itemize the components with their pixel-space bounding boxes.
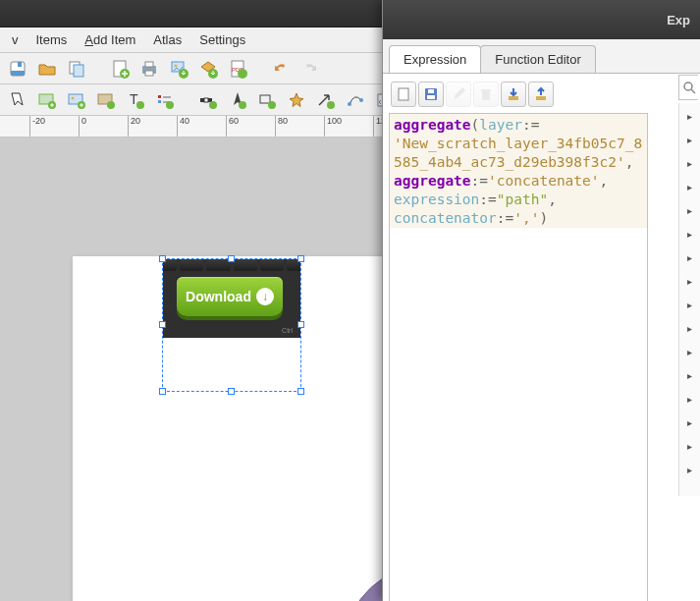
select-tool-icon[interactable] (6, 88, 29, 112)
tree-expand-icon[interactable]: ▸ (687, 182, 692, 192)
svg-rect-9 (145, 71, 153, 76)
copy-layout-icon[interactable] (65, 57, 88, 81)
svg-rect-46 (509, 96, 518, 100)
tree-expand-icon[interactable]: ▸ (687, 276, 692, 287)
menu-item-atlas[interactable]: Atlas (145, 30, 189, 49)
svg-point-38 (359, 98, 363, 102)
svg-point-32 (209, 101, 217, 109)
selected-picture-item[interactable]: Download ↓ Ctrl (163, 259, 300, 391)
add-arrow-icon[interactable] (314, 88, 338, 112)
menu-item-settings[interactable]: Settings (191, 30, 253, 49)
tree-expand-icon[interactable]: ▸ (687, 135, 692, 145)
tree-expand-icon[interactable]: ▸ (687, 158, 692, 169)
svg-rect-30 (204, 98, 208, 102)
svg-point-20 (72, 96, 75, 99)
tree-expand-icon[interactable]: ▸ (687, 441, 692, 452)
svg-point-37 (348, 102, 351, 106)
ctrl-key-label: Ctrl (282, 327, 293, 334)
tree-expand-icon[interactable]: ▸ (687, 464, 692, 475)
function-tree[interactable]: ▸ ▸ ▸ ▸ ▸ ▸ ▸ ▸ ▸ ▸ ▸ ▸ ▸ ▸ ▸ ▸ (678, 103, 700, 496)
resize-handle-nw[interactable] (159, 255, 166, 262)
tree-expand-icon[interactable]: ▸ (687, 229, 692, 240)
import-expression-icon[interactable] (501, 82, 526, 107)
add-nodes-icon[interactable] (344, 88, 367, 112)
export-image-icon[interactable] (167, 57, 190, 81)
resize-handle-n[interactable] (228, 255, 235, 262)
add-label-icon[interactable]: T (124, 88, 147, 112)
tree-expand-icon[interactable]: ▸ (687, 370, 692, 381)
add-map-icon[interactable] (35, 88, 59, 112)
add-shape-icon[interactable] (255, 88, 279, 112)
menu-item-items[interactable]: Items (28, 30, 76, 49)
tree-expand-icon[interactable]: ▸ (687, 111, 692, 122)
edit-expression-icon (446, 82, 471, 107)
save-layout-icon[interactable] (6, 57, 29, 81)
export-svg-icon[interactable] (196, 57, 220, 81)
add-picture-icon[interactable] (65, 88, 88, 112)
tree-expand-icon[interactable]: ▸ (687, 300, 692, 310)
svg-rect-45 (481, 89, 491, 91)
svg-point-28 (166, 101, 174, 109)
expression-editor[interactable]: aggregate(layer:= 'New_scratch_layer_34f… (389, 113, 648, 601)
resize-handle-w[interactable] (159, 321, 166, 328)
tree-expand-icon[interactable]: ▸ (687, 417, 692, 428)
resize-handle-se[interactable] (297, 388, 304, 395)
download-arrow-icon: ↓ (256, 288, 274, 305)
delete-expression-icon (473, 82, 499, 107)
tree-expand-icon[interactable]: ▸ (687, 323, 692, 334)
redo-icon[interactable] (298, 57, 322, 81)
open-icon[interactable] (35, 57, 59, 81)
svg-rect-47 (536, 96, 546, 100)
svg-rect-27 (158, 100, 161, 103)
tab-function-editor[interactable]: Function Editor (480, 45, 595, 73)
expression-dialog: Exp Expression Function Editor aggregate… (382, 0, 700, 601)
resize-handle-e[interactable] (297, 321, 304, 328)
svg-rect-26 (158, 95, 161, 98)
tab-expression[interactable]: Expression (389, 45, 481, 73)
svg-rect-1 (11, 71, 25, 76)
dialog-title: Exp (667, 13, 690, 27)
new-expression-icon[interactable] (391, 82, 416, 107)
layout-canvas[interactable]: Download ↓ Ctrl (0, 137, 382, 601)
tree-expand-icon[interactable]: ▸ (687, 394, 692, 405)
svg-rect-40 (399, 88, 408, 100)
expression-toolbar (389, 80, 694, 109)
resize-handle-ne[interactable] (297, 255, 304, 262)
new-page-icon[interactable] (108, 57, 132, 81)
resize-handle-sw[interactable] (159, 388, 166, 395)
page[interactable]: Download ↓ Ctrl (73, 256, 382, 601)
svg-rect-34 (260, 95, 270, 103)
tab-body: aggregate(layer:= 'New_scratch_layer_34f… (383, 73, 700, 601)
svg-point-33 (239, 101, 246, 109)
svg-rect-4 (74, 65, 83, 77)
svg-point-48 (684, 82, 692, 90)
export-pdf-icon[interactable]: PDF (226, 57, 249, 81)
tab-row: Expression Function Editor (383, 39, 700, 73)
svg-point-11 (175, 64, 178, 67)
svg-point-16 (238, 69, 247, 79)
add-northarrow-icon[interactable] (226, 88, 249, 112)
svg-point-36 (327, 101, 335, 109)
svg-point-23 (107, 101, 115, 109)
resize-handle-s[interactable] (228, 388, 235, 395)
svg-rect-8 (145, 62, 153, 67)
add-legend-icon[interactable] (153, 88, 177, 112)
menu-item-v[interactable]: v (4, 30, 27, 49)
svg-rect-2 (18, 62, 22, 67)
save-expression-icon[interactable] (418, 82, 444, 107)
svg-rect-44 (482, 91, 490, 100)
picture-content: Download ↓ Ctrl (163, 259, 300, 338)
tree-expand-icon[interactable]: ▸ (687, 252, 692, 263)
add-3dmap-icon[interactable] (94, 88, 118, 112)
svg-rect-29 (200, 98, 204, 102)
dialog-titlebar[interactable]: Exp (383, 0, 700, 39)
export-expression-icon[interactable] (528, 82, 554, 107)
undo-icon[interactable] (269, 57, 293, 81)
menu-item-add-item[interactable]: Add Item (77, 30, 143, 49)
add-marker-icon[interactable] (285, 88, 308, 112)
search-functions-icon[interactable] (678, 75, 698, 100)
tree-expand-icon[interactable]: ▸ (687, 347, 692, 357)
tree-expand-icon[interactable]: ▸ (687, 205, 692, 216)
add-scalebar-icon[interactable] (196, 88, 220, 112)
print-icon[interactable] (137, 57, 161, 81)
